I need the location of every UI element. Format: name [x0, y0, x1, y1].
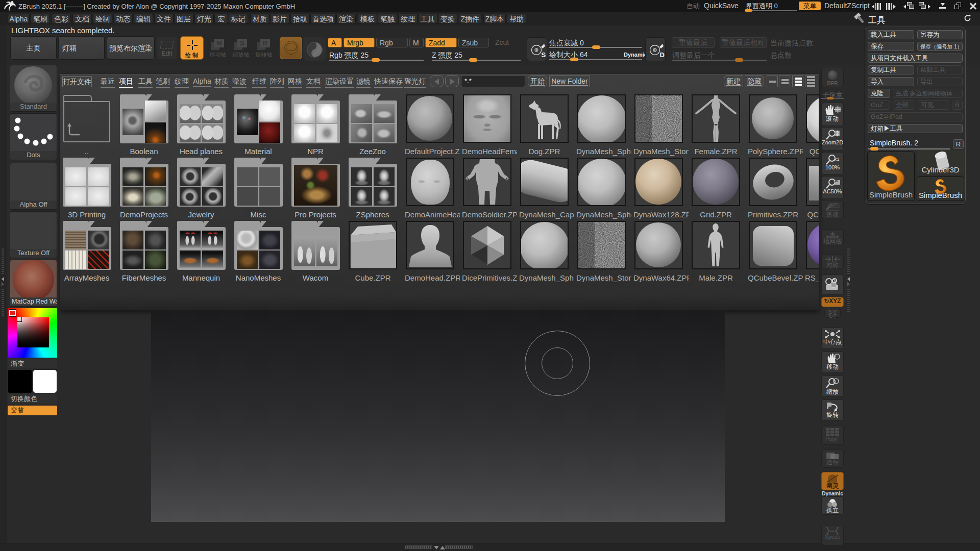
svg-text:S: S	[542, 51, 546, 59]
svg-text:x1: x1	[835, 157, 840, 162]
svg-text:D: D	[660, 51, 665, 59]
